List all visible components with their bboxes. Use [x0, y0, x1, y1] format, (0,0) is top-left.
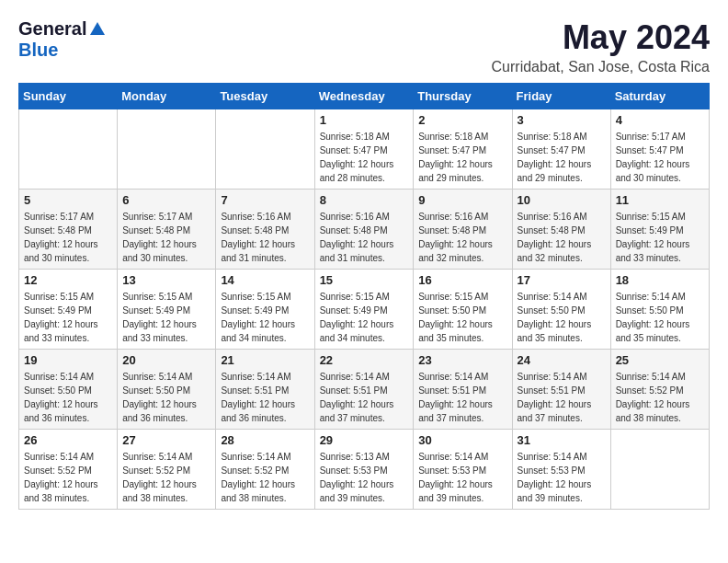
- calendar-cell: 23Sunrise: 5:14 AM Sunset: 5:51 PM Dayli…: [414, 350, 512, 430]
- page-header: General Blue May 2024 Curridabat, San Jo…: [18, 18, 710, 75]
- calendar-cell: 4Sunrise: 5:17 AM Sunset: 5:47 PM Daylig…: [610, 109, 709, 190]
- logo: General Blue: [18, 18, 107, 61]
- day-number: 31: [518, 433, 606, 447]
- day-number: 19: [24, 353, 112, 367]
- weekday-header-sunday: Sunday: [19, 84, 118, 109]
- calendar-cell: [19, 109, 118, 190]
- day-number: 11: [616, 193, 704, 207]
- calendar-cell: 25Sunrise: 5:14 AM Sunset: 5:52 PM Dayli…: [610, 350, 709, 430]
- day-info: Sunrise: 5:14 AM Sunset: 5:50 PM Dayligh…: [24, 370, 112, 425]
- calendar-cell: 31Sunrise: 5:14 AM Sunset: 5:53 PM Dayli…: [512, 430, 610, 510]
- day-number: 14: [221, 273, 309, 287]
- calendar-week-1: 1Sunrise: 5:18 AM Sunset: 5:47 PM Daylig…: [19, 109, 710, 190]
- calendar-cell: 22Sunrise: 5:14 AM Sunset: 5:51 PM Dayli…: [314, 350, 414, 430]
- logo-blue: Blue: [18, 40, 58, 60]
- day-number: 21: [221, 353, 309, 367]
- calendar-cell: 26Sunrise: 5:14 AM Sunset: 5:52 PM Dayli…: [19, 430, 118, 510]
- day-info: Sunrise: 5:14 AM Sunset: 5:51 PM Dayligh…: [518, 370, 606, 425]
- day-number: 25: [616, 353, 704, 367]
- weekday-header-friday: Friday: [512, 84, 610, 109]
- day-number: 7: [221, 193, 309, 207]
- title-section: May 2024 Curridabat, San Jose, Costa Ric…: [492, 18, 710, 75]
- day-info: Sunrise: 5:14 AM Sunset: 5:50 PM Dayligh…: [518, 290, 606, 345]
- day-number: 28: [221, 433, 309, 447]
- day-number: 22: [320, 353, 409, 367]
- day-number: 20: [122, 353, 210, 367]
- calendar-cell: 7Sunrise: 5:16 AM Sunset: 5:48 PM Daylig…: [216, 190, 314, 270]
- calendar-cell: 17Sunrise: 5:14 AM Sunset: 5:50 PM Dayli…: [512, 270, 610, 350]
- calendar-cell: 8Sunrise: 5:16 AM Sunset: 5:48 PM Daylig…: [314, 190, 414, 270]
- day-info: Sunrise: 5:18 AM Sunset: 5:47 PM Dayligh…: [518, 130, 606, 185]
- calendar-cell: 13Sunrise: 5:15 AM Sunset: 5:49 PM Dayli…: [118, 270, 216, 350]
- calendar-cell: [216, 109, 314, 190]
- calendar-week-2: 5Sunrise: 5:17 AM Sunset: 5:48 PM Daylig…: [19, 190, 710, 270]
- day-info: Sunrise: 5:14 AM Sunset: 5:53 PM Dayligh…: [518, 450, 606, 505]
- day-number: 9: [418, 193, 506, 207]
- calendar-cell: 15Sunrise: 5:15 AM Sunset: 5:49 PM Dayli…: [314, 270, 414, 350]
- calendar-header-row: SundayMondayTuesdayWednesdayThursdayFrid…: [19, 84, 710, 109]
- calendar-cell: 29Sunrise: 5:13 AM Sunset: 5:53 PM Dayli…: [314, 430, 414, 510]
- calendar-cell: 16Sunrise: 5:15 AM Sunset: 5:50 PM Dayli…: [414, 270, 512, 350]
- calendar-cell: 20Sunrise: 5:14 AM Sunset: 5:50 PM Dayli…: [118, 350, 216, 430]
- calendar-cell: 9Sunrise: 5:16 AM Sunset: 5:48 PM Daylig…: [414, 190, 512, 270]
- day-info: Sunrise: 5:15 AM Sunset: 5:49 PM Dayligh…: [616, 210, 704, 265]
- day-number: 4: [616, 113, 704, 127]
- day-number: 29: [320, 433, 409, 447]
- calendar-cell: 2Sunrise: 5:18 AM Sunset: 5:47 PM Daylig…: [414, 109, 512, 190]
- logo-general: General: [18, 18, 86, 40]
- day-number: 26: [24, 433, 112, 447]
- day-info: Sunrise: 5:17 AM Sunset: 5:47 PM Dayligh…: [616, 130, 704, 185]
- day-info: Sunrise: 5:17 AM Sunset: 5:48 PM Dayligh…: [24, 210, 112, 265]
- day-number: 3: [518, 113, 606, 127]
- day-info: Sunrise: 5:17 AM Sunset: 5:48 PM Dayligh…: [122, 210, 210, 265]
- day-info: Sunrise: 5:14 AM Sunset: 5:53 PM Dayligh…: [418, 450, 506, 505]
- calendar-cell: 12Sunrise: 5:15 AM Sunset: 5:49 PM Dayli…: [19, 270, 118, 350]
- day-info: Sunrise: 5:14 AM Sunset: 5:51 PM Dayligh…: [320, 370, 409, 425]
- calendar-cell: 11Sunrise: 5:15 AM Sunset: 5:49 PM Dayli…: [610, 190, 709, 270]
- calendar-cell: 14Sunrise: 5:15 AM Sunset: 5:49 PM Dayli…: [216, 270, 314, 350]
- day-info: Sunrise: 5:16 AM Sunset: 5:48 PM Dayligh…: [221, 210, 309, 265]
- calendar-cell: 24Sunrise: 5:14 AM Sunset: 5:51 PM Dayli…: [512, 350, 610, 430]
- day-info: Sunrise: 5:14 AM Sunset: 5:51 PM Dayligh…: [221, 370, 309, 425]
- month-year-title: May 2024: [492, 18, 710, 57]
- weekday-header-tuesday: Tuesday: [216, 84, 314, 109]
- day-info: Sunrise: 5:15 AM Sunset: 5:49 PM Dayligh…: [122, 290, 210, 345]
- calendar-cell: 18Sunrise: 5:14 AM Sunset: 5:50 PM Dayli…: [610, 270, 709, 350]
- day-number: 1: [320, 113, 409, 127]
- day-number: 2: [418, 113, 506, 127]
- day-info: Sunrise: 5:14 AM Sunset: 5:51 PM Dayligh…: [418, 370, 506, 425]
- calendar-week-3: 12Sunrise: 5:15 AM Sunset: 5:49 PM Dayli…: [19, 270, 710, 350]
- day-info: Sunrise: 5:14 AM Sunset: 5:50 PM Dayligh…: [122, 370, 210, 425]
- day-info: Sunrise: 5:14 AM Sunset: 5:52 PM Dayligh…: [221, 450, 309, 505]
- day-info: Sunrise: 5:15 AM Sunset: 5:49 PM Dayligh…: [221, 290, 309, 345]
- location-subtitle: Curridabat, San Jose, Costa Rica: [492, 59, 710, 75]
- day-number: 5: [24, 193, 112, 207]
- day-info: Sunrise: 5:16 AM Sunset: 5:48 PM Dayligh…: [518, 210, 606, 265]
- calendar-week-5: 26Sunrise: 5:14 AM Sunset: 5:52 PM Dayli…: [19, 430, 710, 510]
- day-number: 8: [320, 193, 409, 207]
- calendar-cell: 6Sunrise: 5:17 AM Sunset: 5:48 PM Daylig…: [118, 190, 216, 270]
- day-info: Sunrise: 5:15 AM Sunset: 5:50 PM Dayligh…: [418, 290, 506, 345]
- day-info: Sunrise: 5:14 AM Sunset: 5:52 PM Dayligh…: [24, 450, 112, 505]
- day-info: Sunrise: 5:14 AM Sunset: 5:52 PM Dayligh…: [122, 450, 210, 505]
- day-info: Sunrise: 5:15 AM Sunset: 5:49 PM Dayligh…: [320, 290, 409, 345]
- day-info: Sunrise: 5:18 AM Sunset: 5:47 PM Dayligh…: [320, 130, 409, 185]
- weekday-header-thursday: Thursday: [414, 84, 512, 109]
- day-info: Sunrise: 5:16 AM Sunset: 5:48 PM Dayligh…: [418, 210, 506, 265]
- calendar-week-4: 19Sunrise: 5:14 AM Sunset: 5:50 PM Dayli…: [19, 350, 710, 430]
- calendar-cell: 30Sunrise: 5:14 AM Sunset: 5:53 PM Dayli…: [414, 430, 512, 510]
- weekday-header-saturday: Saturday: [610, 84, 709, 109]
- day-number: 10: [518, 193, 606, 207]
- calendar-cell: [118, 109, 216, 190]
- calendar-table: SundayMondayTuesdayWednesdayThursdayFrid…: [18, 83, 710, 510]
- day-info: Sunrise: 5:16 AM Sunset: 5:48 PM Dayligh…: [320, 210, 409, 265]
- calendar-cell: 28Sunrise: 5:14 AM Sunset: 5:52 PM Dayli…: [216, 430, 314, 510]
- day-info: Sunrise: 5:14 AM Sunset: 5:50 PM Dayligh…: [616, 290, 704, 345]
- calendar-cell: 21Sunrise: 5:14 AM Sunset: 5:51 PM Dayli…: [216, 350, 314, 430]
- day-info: Sunrise: 5:15 AM Sunset: 5:49 PM Dayligh…: [24, 290, 112, 345]
- day-number: 16: [418, 273, 506, 287]
- day-number: 18: [616, 273, 704, 287]
- day-number: 13: [122, 273, 210, 287]
- calendar-cell: 1Sunrise: 5:18 AM Sunset: 5:47 PM Daylig…: [314, 109, 414, 190]
- day-info: Sunrise: 5:18 AM Sunset: 5:47 PM Dayligh…: [418, 130, 506, 185]
